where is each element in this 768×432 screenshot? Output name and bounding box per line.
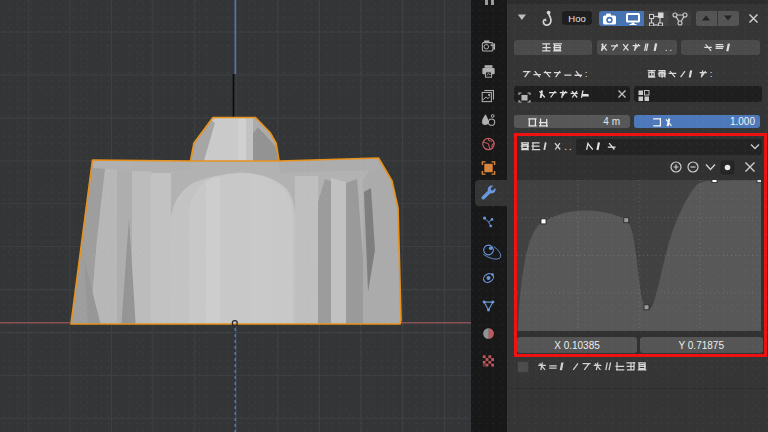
svg-text:.: .: [568, 141, 571, 152]
svg-text:.: .: [564, 141, 567, 152]
svg-text:.: .: [669, 42, 672, 53]
svg-text::: :: [584, 69, 587, 79]
svg-text::: :: [710, 69, 713, 79]
svg-text:.: .: [665, 42, 668, 53]
